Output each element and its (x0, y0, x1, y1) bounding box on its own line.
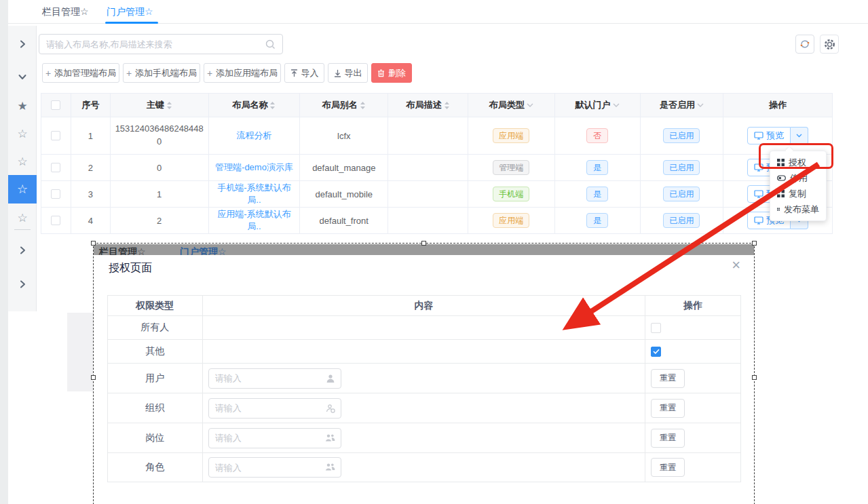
menu-item-disable[interactable]: 停用 (770, 170, 826, 186)
monitor-icon (754, 163, 763, 172)
table-row: 4 2 应用端-系统默认布局.. default_front 应用端 是 已启用… (41, 208, 832, 234)
cell-key: 1531240364862484480 (113, 123, 206, 149)
authorize-modal: 授权页面 × 权限类型 内容 操作 所有人 其他 (94, 255, 754, 504)
export-button[interactable]: 导出 (328, 63, 368, 83)
menu-item-publish-menu[interactable]: 发布菜单 (770, 201, 826, 217)
cell-seq: 1 (71, 117, 111, 154)
layout-name-link[interactable]: 手机端-系统默认布局.. (212, 182, 297, 206)
sort-caret-icon[interactable] (166, 101, 172, 110)
import-button[interactable]: 导入 (284, 63, 324, 83)
menu-item-authorize[interactable]: 授权 (770, 155, 826, 170)
plus-icon: + (126, 69, 132, 78)
active-tab-underline (105, 22, 158, 24)
type-badge: 应用端 (493, 128, 529, 143)
tab-column-management[interactable]: 栏目管理☆ (42, 6, 89, 18)
monitor-icon (754, 216, 763, 225)
selection-handle[interactable] (421, 241, 426, 246)
other-checkbox-checked[interactable] (651, 347, 661, 357)
user-icon (326, 374, 335, 383)
export-icon (334, 69, 341, 77)
chevron-right-icon[interactable] (8, 241, 37, 259)
add-front-layout-button[interactable]: +添加应用端布局 (204, 63, 281, 83)
sort-caret-icon[interactable] (269, 101, 276, 110)
filter-chevron-icon[interactable] (613, 103, 620, 107)
cell-alias: default_manage (300, 155, 388, 180)
add-mobile-layout-button[interactable]: +添加手机端布局 (123, 63, 200, 83)
search-input[interactable] (46, 35, 263, 53)
settings-button[interactable] (820, 35, 839, 54)
organization-select-input (208, 398, 341, 419)
sort-caret-icon[interactable] (444, 101, 450, 110)
selection-handle[interactable] (752, 241, 757, 246)
row-checkbox[interactable] (51, 131, 60, 140)
menu-item-copy[interactable]: 复制 (770, 186, 826, 201)
layout-name-link[interactable]: 管理端-demo演示库 (215, 161, 293, 174)
col-enabled[interactable]: 是否启用 (641, 94, 724, 117)
chevron-right-icon[interactable] (8, 275, 37, 293)
reset-post-button[interactable]: 重置 (651, 429, 685, 448)
row-checkbox[interactable] (51, 189, 60, 199)
enabled-badge: 已启用 (663, 128, 700, 143)
chevron-down-icon[interactable] (8, 68, 37, 85)
type-badge: 手机端 (493, 187, 529, 201)
monitor-icon (754, 190, 763, 198)
tab-portal-management[interactable]: 门户管理☆ (107, 6, 153, 18)
layout-name-link[interactable]: 应用端-系统默认布局.. (212, 208, 297, 233)
cell-key: 1 (111, 181, 209, 207)
layout-search-box (39, 34, 283, 54)
cell-desc (388, 208, 468, 233)
star-outline-icon: ☆ (17, 183, 28, 195)
plus-icon: + (45, 69, 51, 78)
reset-role-button[interactable]: 重置 (651, 458, 685, 477)
select-all-checkbox[interactable] (51, 100, 60, 110)
star-outline-icon[interactable]: ☆ (8, 125, 37, 142)
row-checkbox[interactable] (51, 216, 60, 225)
filter-chevron-icon[interactable] (527, 103, 533, 107)
star-filled-icon[interactable]: ★ (8, 97, 37, 115)
col-name[interactable]: 布局名称 (209, 94, 301, 117)
role-input[interactable] (215, 459, 320, 476)
cell-desc (388, 117, 468, 154)
delete-button[interactable]: 删除 (371, 63, 412, 83)
grid-icon (777, 159, 785, 166)
refresh-icon (799, 39, 810, 50)
preview-dropdown-toggle[interactable] (791, 127, 808, 144)
row-action-dropdown-menu: 授权 停用 复制 发布菜单 (770, 151, 827, 221)
col-key[interactable]: 主键 (111, 94, 209, 117)
col-alias[interactable]: 布局别名 (300, 94, 388, 117)
default-badge: 是 (586, 160, 608, 175)
permission-table-header: 权限类型 内容 操作 (108, 296, 740, 316)
portal-management-page: ★ ☆ ☆ ☆ ☆ 栏目管理☆ 门户管理☆ (0, 0, 868, 504)
selection-handle[interactable] (752, 375, 757, 380)
star-outline-icon[interactable]: ☆ (8, 153, 37, 170)
col-type[interactable]: 布局类型 (468, 94, 555, 117)
default-badge: 是 (586, 187, 608, 201)
organization-input[interactable] (215, 400, 320, 417)
star-selected-item[interactable]: ☆ (8, 175, 37, 203)
filter-chevron-icon[interactable] (697, 103, 704, 107)
reset-organization-button[interactable]: 重置 (651, 399, 685, 418)
layout-name-link[interactable]: 流程分析 (236, 130, 271, 142)
close-icon[interactable]: × (732, 258, 740, 273)
layout-table: 序号 主键 布局名称 布局别名 布局描述 布局类型 默认门户 是否启用 操作 1… (41, 93, 833, 234)
cell-key: 0 (111, 155, 209, 180)
preview-split-button[interactable]: 预览 (747, 127, 808, 144)
cell-desc (388, 181, 468, 207)
add-manage-layout-button[interactable]: +添加管理端布局 (42, 63, 119, 83)
selection-handle[interactable] (91, 241, 96, 246)
row-checkbox[interactable] (51, 163, 60, 172)
sort-caret-icon[interactable] (360, 101, 366, 110)
search-icon[interactable] (265, 39, 276, 50)
col-desc[interactable]: 布局描述 (388, 94, 468, 117)
user-input[interactable] (215, 370, 320, 387)
col-seq: 序号 (71, 94, 111, 117)
reset-user-button[interactable]: 重置 (651, 369, 685, 388)
selection-handle[interactable] (91, 375, 96, 380)
chevron-right-icon[interactable] (8, 35, 37, 53)
star-outline-icon[interactable]: ☆ (8, 209, 37, 227)
col-default[interactable]: 默认门户 (555, 94, 641, 117)
everyone-checkbox[interactable] (651, 323, 661, 333)
post-input[interactable] (215, 429, 320, 447)
cell-seq: 2 (71, 155, 111, 180)
refresh-button[interactable] (795, 35, 814, 54)
